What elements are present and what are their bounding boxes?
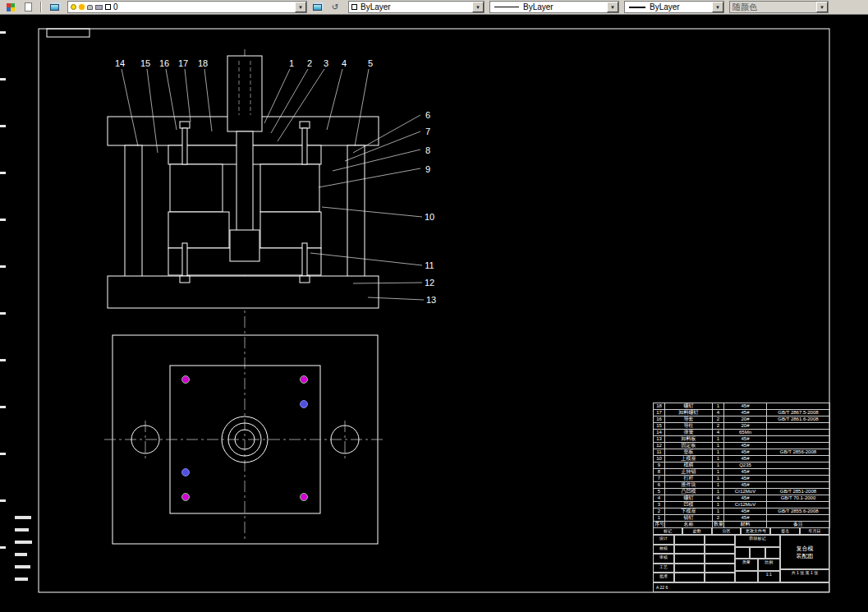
- layer-previous-button[interactable]: ↺: [327, 1, 343, 13]
- parts-table-cell: [767, 502, 830, 508]
- layer-properties-button[interactable]: [46, 1, 62, 13]
- sheet-icon: [25, 2, 32, 12]
- callout-label: 10: [425, 212, 434, 222]
- parts-table-row: 2下模座145#GB/T 2855.6-2008: [654, 508, 830, 515]
- revision-header-cell: 分区: [712, 527, 742, 535]
- parts-table-cell: [767, 430, 830, 436]
- parts-table-row: 5凸凹模1Cr12MoVGB/T 2851-2008: [654, 489, 830, 495]
- linetype-dropdown[interactable]: ByLayer ▼: [489, 1, 619, 13]
- parts-table-cell: 螺钉: [665, 403, 713, 410]
- date-cell: [705, 573, 735, 582]
- parts-table-cell: 卸料螺钉: [665, 410, 713, 416]
- parts-table-cell: 7: [654, 476, 665, 482]
- parts-table-cell: 65Mn: [724, 430, 767, 436]
- parts-table-cell: 2: [713, 515, 724, 522]
- parts-table-cell: [767, 469, 830, 476]
- callout-label: 7: [425, 127, 430, 136]
- model-space-canvas[interactable]: 14 15 16 17 18 1 2 3 4 5 6 7 8 9 10 11 1…: [0, 15, 868, 612]
- object-properties-toolbar: 0 ▼ ↺ ByLayer ▼ ByLayer ▼ ByLayer ▼ 随颜色 …: [0, 0, 868, 15]
- plot-style-dropdown: 随颜色 ▼: [729, 1, 829, 13]
- layer-name: 0: [113, 2, 118, 12]
- parts-table-cell: 1: [713, 508, 724, 515]
- stage-label: 阶段标记: [735, 535, 780, 547]
- sheet-info: 共 1 张 第 1 张: [780, 569, 829, 582]
- revision-header-cell: 年月日: [800, 527, 829, 535]
- parts-table-cell: 1: [713, 403, 724, 410]
- parts-table-cell: 1: [713, 443, 724, 449]
- signature-row: 设计: [653, 535, 735, 545]
- layer-freeze-sun-icon: [79, 4, 85, 10]
- color-dropdown[interactable]: ByLayer ▼: [348, 1, 485, 13]
- parts-table-cell: [767, 462, 830, 469]
- parts-table-cell: 4: [713, 430, 724, 436]
- scale-label: 比例: [758, 559, 781, 571]
- chevron-down-icon: ▼: [816, 2, 828, 12]
- parts-table-cell: [767, 482, 830, 489]
- parts-table-row: 9模柄1Q235: [654, 462, 830, 469]
- signature-cell: [674, 573, 705, 582]
- toolbar-separator: [40, 2, 42, 12]
- parts-table-cell: 1: [713, 482, 724, 489]
- parts-table-cell: 45#: [724, 436, 767, 443]
- parts-table-cell: 2: [713, 416, 724, 423]
- parts-table-row: 18螺钉145#: [654, 403, 830, 410]
- parts-table-cell: 5: [654, 489, 665, 495]
- title-block: 标记处数分区更改文件号签名年月日 设计校核审核工艺批准 阶段标记 质量比例 1:…: [653, 527, 829, 592]
- parts-table-cell: [767, 423, 830, 430]
- parts-table-cell: 垫板: [665, 449, 713, 456]
- chevron-down-icon[interactable]: ▼: [472, 2, 484, 12]
- scale-value: 1:1: [758, 571, 781, 583]
- parts-table-row: 3凹模1Cr12MoV: [654, 502, 830, 508]
- make-layer-current-button[interactable]: [309, 1, 325, 13]
- parts-table-cell: [767, 436, 830, 443]
- new-sheet-button[interactable]: [20, 1, 36, 13]
- parts-table-cell: 凹模: [665, 502, 713, 508]
- parts-table-cell: 12: [654, 443, 665, 449]
- callout-label: 8: [425, 145, 430, 155]
- parts-table-cell: 13: [654, 436, 665, 443]
- signature-row: 校核: [653, 545, 735, 554]
- mass-label: 质量: [735, 559, 758, 571]
- parts-table-cell: 上模座: [665, 456, 713, 462]
- parts-table: 18螺钉145#17卸料螺钉445#GB/T 2867.5-200816导套22…: [653, 403, 830, 528]
- parts-table-row: 14弹簧465Mn: [654, 430, 830, 436]
- layer-manager-button[interactable]: [2, 1, 18, 13]
- chevron-down-icon[interactable]: ▼: [607, 2, 618, 12]
- parts-table-cell: 4: [713, 410, 724, 416]
- parts-table-cell: 3: [654, 502, 665, 508]
- chevron-down-icon[interactable]: ▼: [712, 2, 723, 12]
- parts-table-cell: 凸凹模: [665, 489, 713, 495]
- layer-plot-icon: [95, 5, 103, 10]
- parts-table-cell: 螺钉: [665, 495, 713, 502]
- lineweight-dropdown[interactable]: ByLayer ▼: [624, 1, 724, 13]
- callout-label: 12: [425, 278, 434, 288]
- parts-table-cell: 20#: [724, 423, 767, 430]
- parts-table-cell: 8: [654, 469, 665, 476]
- callout-label: 1: [289, 58, 294, 68]
- callout-label: 5: [368, 58, 373, 68]
- section-view: [108, 49, 379, 541]
- parts-table-row: 6推件块145#: [654, 482, 830, 489]
- parts-table-cell: 1: [713, 469, 724, 476]
- date-cell: [705, 535, 735, 545]
- revision-header-cell: 签名: [770, 527, 800, 535]
- date-cell: [705, 564, 735, 573]
- chevron-down-icon[interactable]: ▼: [295, 2, 306, 12]
- color-value: ByLayer: [361, 2, 391, 12]
- linetype-value: ByLayer: [523, 2, 553, 12]
- parts-table-cell: 导套: [665, 416, 713, 423]
- parts-table-cell: 销钉: [665, 515, 713, 522]
- parts-table-cell: 45#: [724, 449, 767, 456]
- parts-table-cell: 6: [654, 482, 665, 489]
- parts-table-cell: 弹簧: [665, 430, 713, 436]
- signature-cell: [674, 535, 705, 545]
- parts-table-row: 4螺钉445#GB/T 70.1-2000: [654, 495, 830, 502]
- parts-table-cell: 45#: [724, 482, 767, 489]
- parts-table-cell: 推件块: [665, 482, 713, 489]
- signature-cell: [674, 554, 705, 564]
- parts-table-cell: [767, 476, 830, 482]
- layer-dropdown[interactable]: 0 ▼: [67, 1, 307, 13]
- lineweight-sample-icon: [629, 7, 645, 8]
- parts-table-cell: 导柱: [665, 423, 713, 430]
- parts-table-cell: GB/T 2855.6-2008: [767, 508, 830, 515]
